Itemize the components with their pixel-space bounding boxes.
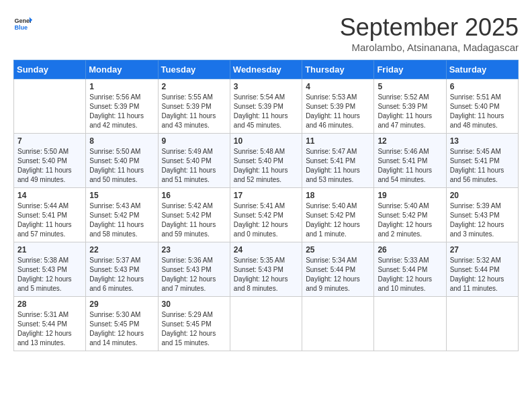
- col-sunday: Sunday: [14, 60, 86, 79]
- table-row: 15 Sunrise: 5:43 AMSunset: 5:42 PMDaylig…: [86, 188, 158, 242]
- header-row: Sunday Monday Tuesday Wednesday Thursday…: [14, 60, 519, 79]
- table-row: 18 Sunrise: 5:40 AMSunset: 5:42 PMDaylig…: [302, 188, 374, 242]
- cell-info: Sunrise: 5:49 AMSunset: 5:40 PMDaylight:…: [162, 147, 226, 185]
- day-number: 8: [89, 136, 154, 146]
- day-number: 2: [162, 82, 226, 91]
- day-number: 17: [234, 191, 298, 200]
- day-number: 9: [162, 136, 226, 146]
- day-number: 30: [162, 300, 226, 309]
- col-tuesday: Tuesday: [158, 60, 230, 79]
- cell-info: Sunrise: 5:29 AMSunset: 5:45 PMDaylight:…: [162, 310, 226, 348]
- day-number: 16: [162, 191, 226, 200]
- table-row: [446, 297, 518, 351]
- table-row: 25 Sunrise: 5:34 AMSunset: 5:44 PMDaylig…: [302, 242, 374, 297]
- cell-info: Sunrise: 5:33 AMSunset: 5:44 PMDaylight:…: [378, 256, 442, 293]
- logo: General Blue: [13, 13, 32, 32]
- cell-info: Sunrise: 5:55 AMSunset: 5:39 PMDaylight:…: [162, 93, 226, 130]
- cell-info: Sunrise: 5:36 AMSunset: 5:43 PMDaylight:…: [162, 256, 226, 293]
- cell-info: Sunrise: 5:40 AMSunset: 5:42 PMDaylight:…: [378, 201, 442, 239]
- day-number: 24: [234, 245, 298, 255]
- table-row: 19 Sunrise: 5:40 AMSunset: 5:42 PMDaylig…: [374, 188, 446, 242]
- table-row: 17 Sunrise: 5:41 AMSunset: 5:42 PMDaylig…: [230, 188, 302, 242]
- day-number: 3: [234, 82, 298, 91]
- table-row: 20 Sunrise: 5:39 AMSunset: 5:43 PMDaylig…: [446, 188, 518, 242]
- table-row: 22 Sunrise: 5:37 AMSunset: 5:43 PMDaylig…: [86, 242, 158, 297]
- cell-info: Sunrise: 5:46 AMSunset: 5:41 PMDaylight:…: [378, 147, 442, 185]
- day-number: 18: [306, 191, 370, 200]
- calendar-week-1: 1 Sunrise: 5:56 AMSunset: 5:39 PMDayligh…: [14, 79, 519, 134]
- day-number: 6: [450, 82, 515, 91]
- table-row: 9 Sunrise: 5:49 AMSunset: 5:40 PMDayligh…: [158, 134, 230, 188]
- table-row: [14, 79, 86, 134]
- day-number: 28: [17, 300, 82, 309]
- cell-info: Sunrise: 5:32 AMSunset: 5:44 PMDaylight:…: [450, 256, 515, 293]
- col-saturday: Saturday: [446, 60, 518, 79]
- day-number: 4: [306, 82, 370, 91]
- table-row: 26 Sunrise: 5:33 AMSunset: 5:44 PMDaylig…: [374, 242, 446, 297]
- table-row: 12 Sunrise: 5:46 AMSunset: 5:41 PMDaylig…: [374, 134, 446, 188]
- cell-info: Sunrise: 5:34 AMSunset: 5:44 PMDaylight:…: [306, 256, 370, 293]
- title-area: September 2025 Marolambo, Atsinanana, Ma…: [340, 13, 519, 53]
- table-row: [374, 297, 446, 351]
- cell-info: Sunrise: 5:43 AMSunset: 5:42 PMDaylight:…: [89, 201, 154, 239]
- table-row: 30 Sunrise: 5:29 AMSunset: 5:45 PMDaylig…: [158, 297, 230, 351]
- table-row: 4 Sunrise: 5:53 AMSunset: 5:39 PMDayligh…: [302, 79, 374, 134]
- table-row: 24 Sunrise: 5:35 AMSunset: 5:43 PMDaylig…: [230, 242, 302, 297]
- calendar-week-4: 21 Sunrise: 5:38 AMSunset: 5:43 PMDaylig…: [14, 242, 519, 297]
- table-row: 3 Sunrise: 5:54 AMSunset: 5:39 PMDayligh…: [230, 79, 302, 134]
- table-row: 8 Sunrise: 5:50 AMSunset: 5:40 PMDayligh…: [86, 134, 158, 188]
- table-row: 6 Sunrise: 5:51 AMSunset: 5:40 PMDayligh…: [446, 79, 518, 134]
- month-title: September 2025: [340, 13, 519, 42]
- logo-icon: General Blue: [13, 13, 32, 32]
- day-number: 10: [234, 136, 298, 146]
- day-number: 22: [89, 245, 154, 255]
- day-number: 11: [306, 136, 370, 146]
- day-number: 20: [450, 191, 515, 200]
- cell-info: Sunrise: 5:37 AMSunset: 5:43 PMDaylight:…: [89, 256, 154, 293]
- cell-info: Sunrise: 5:51 AMSunset: 5:40 PMDaylight:…: [450, 93, 515, 130]
- col-thursday: Thursday: [302, 60, 374, 79]
- col-wednesday: Wednesday: [230, 60, 302, 79]
- day-number: 23: [162, 245, 226, 255]
- calendar-week-3: 14 Sunrise: 5:44 AMSunset: 5:41 PMDaylig…: [14, 188, 519, 242]
- cell-info: Sunrise: 5:52 AMSunset: 5:39 PMDaylight:…: [378, 93, 442, 130]
- table-row: [302, 297, 374, 351]
- day-number: 15: [89, 191, 154, 200]
- table-row: 5 Sunrise: 5:52 AMSunset: 5:39 PMDayligh…: [374, 79, 446, 134]
- day-number: 5: [378, 82, 442, 91]
- table-row: [230, 297, 302, 351]
- svg-text:Blue: Blue: [14, 24, 28, 31]
- table-row: 10 Sunrise: 5:48 AMSunset: 5:40 PMDaylig…: [230, 134, 302, 188]
- calendar-week-5: 28 Sunrise: 5:31 AMSunset: 5:44 PMDaylig…: [14, 297, 519, 351]
- header: General Blue September 2025 Marolambo, A…: [13, 13, 519, 53]
- day-number: 27: [450, 245, 515, 255]
- cell-info: Sunrise: 5:50 AMSunset: 5:40 PMDaylight:…: [89, 147, 154, 185]
- table-row: 1 Sunrise: 5:56 AMSunset: 5:39 PMDayligh…: [86, 79, 158, 134]
- day-number: 26: [378, 245, 442, 255]
- cell-info: Sunrise: 5:35 AMSunset: 5:43 PMDaylight:…: [234, 256, 298, 293]
- table-row: 16 Sunrise: 5:42 AMSunset: 5:42 PMDaylig…: [158, 188, 230, 242]
- cell-info: Sunrise: 5:40 AMSunset: 5:42 PMDaylight:…: [306, 201, 370, 239]
- table-row: 28 Sunrise: 5:31 AMSunset: 5:44 PMDaylig…: [14, 297, 86, 351]
- day-number: 19: [378, 191, 442, 200]
- day-number: 21: [17, 245, 82, 255]
- table-row: 7 Sunrise: 5:50 AMSunset: 5:40 PMDayligh…: [14, 134, 86, 188]
- cell-info: Sunrise: 5:48 AMSunset: 5:40 PMDaylight:…: [234, 147, 298, 185]
- location-title: Marolambo, Atsinanana, Madagascar: [340, 42, 519, 53]
- table-row: 21 Sunrise: 5:38 AMSunset: 5:43 PMDaylig…: [14, 242, 86, 297]
- col-friday: Friday: [374, 60, 446, 79]
- cell-info: Sunrise: 5:50 AMSunset: 5:40 PMDaylight:…: [17, 147, 82, 185]
- day-number: 25: [306, 245, 370, 255]
- col-monday: Monday: [86, 60, 158, 79]
- cell-info: Sunrise: 5:39 AMSunset: 5:43 PMDaylight:…: [450, 201, 515, 239]
- table-row: 11 Sunrise: 5:47 AMSunset: 5:41 PMDaylig…: [302, 134, 374, 188]
- cell-info: Sunrise: 5:54 AMSunset: 5:39 PMDaylight:…: [234, 93, 298, 130]
- cell-info: Sunrise: 5:56 AMSunset: 5:39 PMDaylight:…: [89, 93, 154, 130]
- table-row: 29 Sunrise: 5:30 AMSunset: 5:45 PMDaylig…: [86, 297, 158, 351]
- calendar-table: Sunday Monday Tuesday Wednesday Thursday…: [13, 60, 519, 351]
- table-row: 13 Sunrise: 5:45 AMSunset: 5:41 PMDaylig…: [446, 134, 518, 188]
- cell-info: Sunrise: 5:30 AMSunset: 5:45 PMDaylight:…: [89, 310, 154, 348]
- calendar-week-2: 7 Sunrise: 5:50 AMSunset: 5:40 PMDayligh…: [14, 134, 519, 188]
- cell-info: Sunrise: 5:44 AMSunset: 5:41 PMDaylight:…: [17, 201, 82, 239]
- table-row: 23 Sunrise: 5:36 AMSunset: 5:43 PMDaylig…: [158, 242, 230, 297]
